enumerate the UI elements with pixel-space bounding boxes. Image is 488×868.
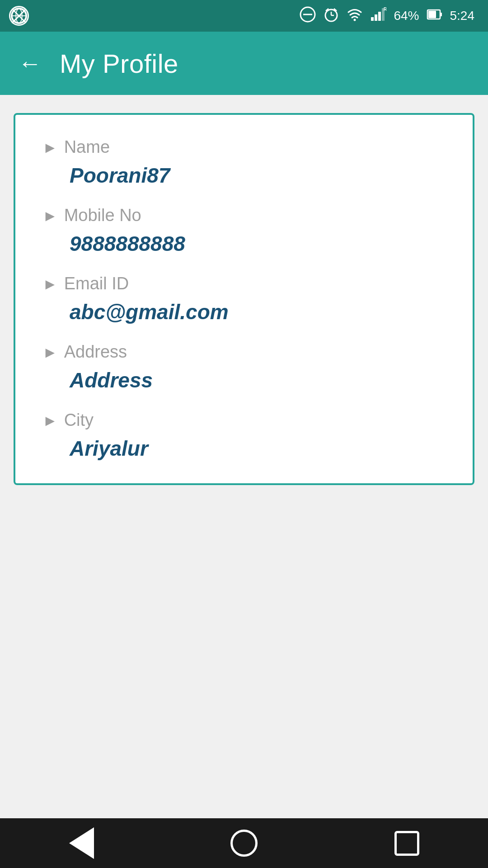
alarm-icon (323, 6, 339, 26)
address-label-row: ► Address (42, 342, 446, 362)
mobile-value: 9888888888 (42, 231, 446, 256)
page-title: My Profile (60, 48, 178, 79)
back-triangle-icon (69, 827, 94, 859)
mobile-label-row: ► Mobile No (42, 206, 446, 225)
name-value: Poorani87 (42, 163, 446, 188)
name-arrow-icon: ► (42, 140, 58, 155)
mobile-arrow-icon: ► (42, 208, 58, 223)
city-arrow-icon: ► (42, 413, 58, 428)
name-label-row: ► Name (42, 137, 446, 157)
svg-point-2 (16, 9, 22, 23)
email-label: Email ID (64, 274, 129, 293)
bottom-navigation (0, 818, 488, 868)
status-icons: R 64% 5:24 (300, 6, 474, 26)
do-not-disturb-icon (300, 6, 316, 26)
nav-recent-button[interactable] (389, 825, 425, 861)
main-content: ► Name Poorani87 ► Mobile No 9888888888 … (0, 95, 488, 503)
status-bar: R 64% 5:24 (0, 0, 488, 32)
status-time: 5:24 (450, 9, 475, 23)
address-field-group: ► Address Address (42, 342, 446, 392)
nav-back-button[interactable] (63, 825, 99, 861)
address-label: Address (64, 342, 127, 362)
email-value: abc@gmail.com (42, 300, 446, 324)
mobile-label: Mobile No (64, 206, 141, 225)
back-button[interactable]: ← (18, 52, 42, 75)
address-value: Address (42, 368, 446, 392)
email-arrow-icon: ► (42, 276, 58, 292)
name-field-group: ► Name Poorani87 (42, 137, 446, 188)
profile-card: ► Name Poorani87 ► Mobile No 9888888888 … (14, 113, 474, 485)
city-label: City (64, 410, 94, 430)
city-value: Ariyalur (42, 436, 446, 461)
address-arrow-icon: ► (42, 344, 58, 360)
svg-point-11 (354, 19, 356, 21)
svg-line-1 (12, 9, 26, 23)
mobile-field-group: ► Mobile No 9888888888 (42, 206, 446, 256)
city-label-row: ► City (42, 410, 446, 430)
wifi-icon (347, 6, 363, 26)
home-circle-icon (230, 830, 258, 857)
city-field-group: ► City Ariyalur (42, 410, 446, 461)
svg-rect-14 (378, 12, 381, 21)
email-field-group: ► Email ID abc@gmail.com (42, 274, 446, 324)
signal-icon: R (370, 6, 386, 26)
battery-icon (427, 6, 443, 26)
svg-rect-19 (428, 11, 436, 18)
app-icon (9, 6, 29, 26)
svg-rect-12 (371, 17, 374, 21)
battery-percentage: 64% (394, 9, 419, 23)
svg-text:R: R (384, 7, 386, 12)
svg-rect-18 (440, 13, 442, 16)
email-label-row: ► Email ID (42, 274, 446, 293)
recent-apps-icon (394, 831, 419, 856)
name-label: Name (64, 137, 110, 157)
svg-rect-13 (375, 14, 377, 21)
nav-home-button[interactable] (226, 825, 262, 861)
svg-point-0 (12, 9, 26, 23)
app-bar: ← My Profile (0, 32, 488, 95)
